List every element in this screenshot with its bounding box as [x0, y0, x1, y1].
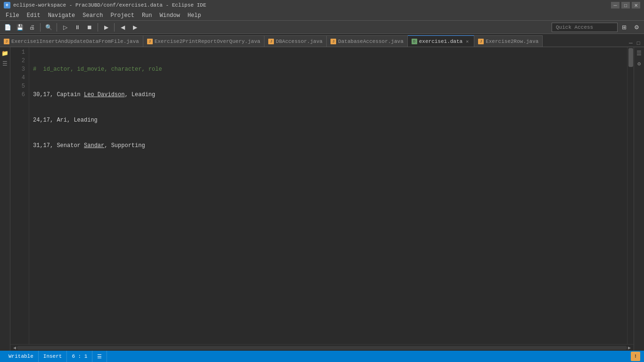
tab-label: Exercise1InsertAndUpdateDataFromFile.jav… [11, 39, 139, 44]
status-writable: Writable [4, 351, 39, 362]
line-num-5: 5 [12, 82, 25, 90]
status-notification-icon[interactable]: ! [631, 352, 640, 361]
toolbar-perspective-button[interactable]: ⊞ [619, 22, 630, 33]
code-line-4: 31,17, Senator Sandar, Supporting [33, 141, 623, 150]
toolbar-sep-1 [40, 23, 41, 32]
tab-maximize-button[interactable]: □ [635, 39, 642, 47]
title-bar-left: e eclipse-workspace - Prac3UBD/conf/exer… [4, 2, 206, 8]
minimize-button[interactable]: ─ [611, 2, 619, 8]
editor-container: 1 2 3 4 5 6 # id_actor, id_movie, charac… [10, 47, 634, 351]
line-num-4: 4 [12, 74, 25, 82]
right-sidebar: ☰ ⚙ [634, 47, 644, 351]
line-num-2: 2 [12, 57, 25, 65]
title-bar: e eclipse-workspace - Prac3UBD/conf/exer… [0, 0, 644, 10]
close-button[interactable]: ✕ [632, 2, 640, 8]
status-right: ! [631, 352, 640, 361]
toolbar-suspend-button[interactable]: ⏸ [72, 22, 83, 33]
code-editor[interactable]: 1 2 3 4 5 6 # id_actor, id_movie, charac… [10, 47, 634, 344]
sidebar-explorer-icon[interactable]: 📁 [1, 49, 9, 58]
tab-dbaccessor[interactable]: J DBAccessor.java [264, 35, 327, 47]
right-sidebar-icon-1[interactable]: ☰ [635, 49, 644, 58]
menu-edit[interactable]: Edit [23, 10, 44, 20]
code-line-1: # id_actor, id_movie, character, role [33, 65, 623, 74]
toolbar-stop-button[interactable]: ⏹ [84, 22, 95, 33]
status-settings[interactable]: ☰ [92, 351, 107, 362]
quick-access-label: Quick Access [556, 25, 593, 30]
menu-navigate[interactable]: Navigate [44, 10, 79, 20]
tab-label: Exercise2Row.java [486, 39, 538, 44]
menu-window[interactable]: Window [156, 10, 183, 20]
line-num-3: 3 [12, 65, 25, 74]
tab-label: DBAccessor.java [276, 39, 322, 44]
tab-databaseaccessor[interactable]: J DatabaseAccessor.java [327, 35, 408, 47]
toolbar-forward-button[interactable]: ▶ [129, 22, 140, 33]
tab-close-button[interactable]: ✕ [464, 39, 470, 44]
toolbar-back-button[interactable]: ◀ [117, 22, 128, 33]
sidebar-outline-icon[interactable]: ☰ [1, 59, 9, 68]
menu-file[interactable]: File [2, 10, 23, 20]
data-file-icon: D [412, 39, 417, 44]
toolbar: 📄 💾 🖨 🔍 ▷ ⏸ ⏹ ▶ ◀ ▶ Quick Access ⊞ ⚙ [0, 21, 644, 34]
scroll-left-arrow[interactable]: ◀ [12, 345, 17, 351]
toolbar-sep-3 [98, 23, 98, 32]
eclipse-icon: e [4, 2, 10, 8]
toolbar-sep-4 [114, 23, 115, 32]
menu-run[interactable]: Run [138, 10, 156, 20]
tab-bar: J Exercise1InsertAndUpdateDataFromFile.j… [0, 34, 644, 47]
tab-label: DatabaseAccessor.java [338, 39, 404, 44]
quick-access-input[interactable]: Quick Access [552, 23, 618, 32]
java-icon-3: J [268, 39, 274, 44]
java-icon-5: J [478, 39, 484, 44]
java-icon: J [4, 39, 9, 44]
java-icon-2: J [147, 39, 153, 44]
horizontal-scrollbar[interactable]: ◀ ▶ [10, 344, 634, 351]
left-sidebar: 📁 ☰ [0, 47, 10, 351]
window-title: eclipse-workspace - Prac3UBD/conf/exerci… [13, 2, 206, 8]
tab-exercise1insert[interactable]: J Exercise1InsertAndUpdateDataFromFile.j… [0, 35, 143, 47]
right-sidebar-icon-2[interactable]: ⚙ [635, 59, 644, 68]
title-bar-controls: ─ □ ✕ [611, 2, 640, 8]
tab-minimize-button[interactable]: ─ [627, 39, 635, 47]
tab-exercise1data[interactable]: D exercise1.data ✕ [408, 35, 474, 47]
code-content[interactable]: # id_actor, id_movie, character, role 30… [29, 47, 627, 344]
menu-project[interactable]: Project [107, 10, 138, 20]
tab-exercise2print[interactable]: J Exercise2PrintReportOverQuery.java [143, 35, 264, 47]
tab-label: Exercise2PrintReportOverQuery.java [155, 39, 260, 44]
tab-bar-controls: ─ □ [625, 39, 644, 47]
toolbar-print-button[interactable]: 🖨 [26, 22, 38, 33]
code-line-6 [33, 192, 623, 201]
menu-search[interactable]: Search [79, 10, 107, 20]
toolbar-new-button[interactable]: 📄 [2, 22, 13, 33]
h-scrollbar-track [17, 346, 627, 350]
line-num-1: 1 [12, 48, 25, 57]
toolbar-settings-button[interactable]: ⚙ [631, 22, 642, 33]
line-num-6: 6 [12, 90, 25, 99]
main-layout: 📁 ☰ 1 2 3 4 5 6 # id_actor, id_movie, ch… [0, 47, 644, 351]
toolbar-debug-button[interactable]: ▷ [59, 22, 71, 33]
vertical-scrollbar[interactable] [627, 47, 634, 344]
toolbar-sep-2 [57, 23, 57, 32]
toolbar-run-button[interactable]: ▶ [100, 22, 112, 33]
tab-label-active: exercise1.data [419, 39, 462, 44]
status-insert: Insert [39, 351, 67, 362]
line-numbers: 1 2 3 4 5 6 [10, 47, 29, 344]
code-line-2: 30,17, Captain Leo Davidson, Leading [33, 90, 623, 99]
code-text-4: 31,17, Senator Sandar, Supporting [33, 141, 145, 150]
code-line-3: 24,17, Ari, Leading [33, 116, 623, 124]
tab-exercise2row[interactable]: J Exercise2Row.java [474, 35, 543, 47]
status-bar: Writable Insert 6 : 1 ☰ ! [0, 351, 644, 362]
toolbar-search-button[interactable]: 🔍 [43, 22, 54, 33]
maximize-button[interactable]: □ [621, 2, 630, 8]
menu-bar: File Edit Navigate Search Project Run Wi… [0, 10, 644, 21]
scroll-right-arrow[interactable]: ▶ [627, 345, 632, 351]
scrollbar-thumb [628, 48, 633, 67]
code-text-2: 30,17, Captain Leo Davidson, Leading [33, 90, 155, 99]
status-position: 6 : 1 [67, 351, 92, 362]
java-icon-4: J [330, 39, 336, 44]
menu-help[interactable]: Help [184, 10, 205, 20]
code-line-5 [33, 167, 623, 175]
toolbar-save-button[interactable]: 💾 [14, 22, 25, 33]
